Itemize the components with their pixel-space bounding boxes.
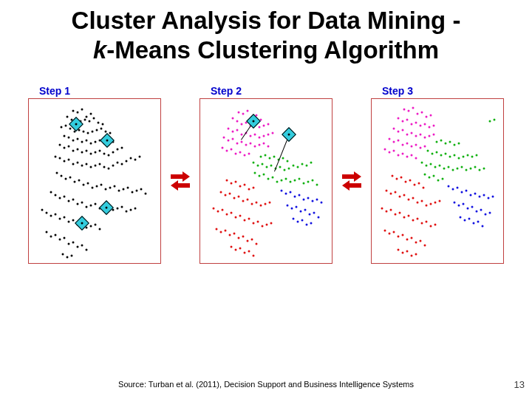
data-point bbox=[436, 141, 438, 143]
data-point bbox=[434, 224, 437, 226]
data-point bbox=[228, 128, 230, 130]
data-point bbox=[406, 143, 409, 145]
data-point bbox=[440, 140, 443, 142]
data-point bbox=[412, 197, 415, 200]
data-point bbox=[55, 194, 57, 197]
data-point bbox=[474, 166, 477, 168]
data-point bbox=[479, 196, 481, 198]
data-point bbox=[102, 123, 104, 126]
data-point bbox=[287, 205, 289, 207]
data-point bbox=[95, 165, 97, 167]
data-point bbox=[392, 175, 394, 177]
data-point bbox=[100, 128, 103, 130]
data-point bbox=[254, 172, 256, 174]
data-point bbox=[467, 208, 469, 210]
data-point bbox=[95, 151, 97, 154]
data-point bbox=[244, 252, 246, 254]
data-point bbox=[411, 146, 413, 148]
data-point bbox=[72, 199, 75, 201]
data-point bbox=[424, 137, 426, 139]
data-point bbox=[470, 168, 472, 170]
data-point bbox=[134, 159, 137, 161]
data-point bbox=[443, 168, 446, 170]
data-point bbox=[236, 129, 239, 132]
data-point bbox=[68, 221, 70, 223]
data-point bbox=[434, 166, 437, 168]
data-point bbox=[121, 163, 123, 166]
data-point bbox=[430, 115, 432, 117]
data-point bbox=[318, 216, 320, 219]
data-point bbox=[74, 181, 76, 183]
data-point bbox=[454, 144, 456, 146]
data-point bbox=[316, 184, 318, 186]
data-point bbox=[458, 157, 460, 160]
data-point bbox=[395, 191, 397, 194]
data-point bbox=[232, 117, 234, 120]
data-point bbox=[269, 202, 271, 204]
data-point bbox=[483, 194, 485, 197]
data-point bbox=[483, 168, 485, 170]
data-point bbox=[421, 222, 423, 225]
data-point bbox=[256, 243, 258, 245]
data-point bbox=[78, 180, 81, 182]
data-point bbox=[390, 193, 392, 195]
data-point bbox=[408, 199, 410, 201]
plot-step-1 bbox=[28, 98, 161, 264]
data-point bbox=[140, 188, 143, 191]
data-point bbox=[238, 237, 240, 239]
data-point bbox=[64, 216, 66, 219]
data-point bbox=[423, 187, 425, 189]
data-point bbox=[253, 222, 255, 225]
data-point bbox=[78, 129, 81, 132]
data-point bbox=[279, 166, 282, 168]
data-point bbox=[454, 202, 456, 204]
data-point bbox=[50, 191, 52, 194]
data-point bbox=[424, 245, 426, 247]
data-point bbox=[68, 243, 70, 245]
data-point bbox=[50, 236, 52, 238]
data-point bbox=[228, 140, 230, 142]
data-point bbox=[68, 159, 70, 161]
data-point bbox=[437, 180, 440, 182]
data-point bbox=[226, 214, 228, 216]
data-point bbox=[134, 208, 137, 210]
data-point bbox=[309, 214, 311, 216]
data-point bbox=[231, 149, 233, 151]
data-point bbox=[139, 156, 141, 158]
data-point bbox=[424, 146, 426, 148]
data-point bbox=[294, 196, 296, 198]
data-point bbox=[402, 129, 404, 132]
data-point bbox=[263, 125, 265, 127]
data-point bbox=[87, 183, 89, 185]
data-point bbox=[304, 209, 307, 211]
plot-step-2 bbox=[200, 98, 332, 264]
data-point bbox=[429, 177, 431, 179]
data-point bbox=[406, 250, 409, 253]
data-point bbox=[412, 107, 415, 109]
data-point bbox=[64, 135, 66, 137]
step-1-label: Step 1 bbox=[39, 85, 171, 97]
data-point bbox=[393, 128, 395, 130]
data-point bbox=[46, 212, 48, 214]
data-point bbox=[263, 174, 265, 176]
data-point bbox=[448, 166, 450, 168]
data-point bbox=[55, 156, 57, 158]
data-point bbox=[293, 218, 295, 220]
data-point bbox=[429, 135, 431, 137]
data-point bbox=[123, 188, 125, 191]
data-point bbox=[424, 123, 426, 126]
data-point bbox=[307, 181, 310, 183]
data-point bbox=[421, 112, 423, 114]
data-point bbox=[267, 146, 270, 148]
data-point bbox=[402, 144, 404, 146]
data-point bbox=[90, 225, 92, 228]
data-point bbox=[99, 228, 101, 231]
data-point bbox=[399, 212, 401, 214]
data-point bbox=[471, 206, 474, 208]
data-point bbox=[424, 174, 426, 176]
data-point bbox=[445, 143, 447, 145]
data-point bbox=[238, 196, 240, 198]
data-point bbox=[121, 206, 123, 208]
data-point bbox=[403, 216, 406, 219]
data-point bbox=[273, 156, 276, 158]
